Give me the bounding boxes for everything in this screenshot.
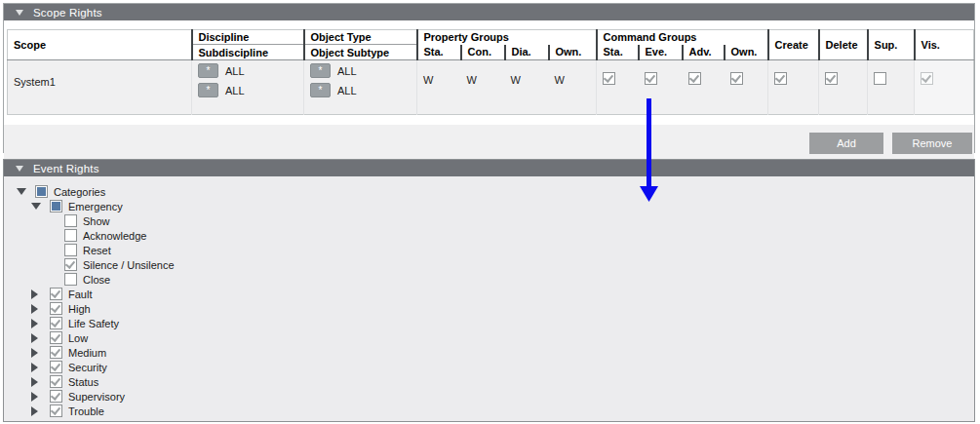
tree-item-show[interactable]: Show xyxy=(4,213,974,228)
subdiscipline-value: ALL xyxy=(225,85,245,96)
medium-checkbox[interactable] xyxy=(50,346,62,359)
tree-item-fault[interactable]: Fault xyxy=(4,287,974,301)
discipline-selector[interactable]: * ALL xyxy=(198,63,303,78)
object-type-cell: * ALL * ALL xyxy=(304,60,417,115)
col-header-property-dia[interactable]: Dia. xyxy=(505,45,549,60)
discipline-value: ALL xyxy=(225,65,245,77)
high-checkbox[interactable] xyxy=(50,302,62,315)
expander-right-icon[interactable] xyxy=(31,348,38,358)
close-checkbox[interactable] xyxy=(64,273,77,286)
col-header-delete[interactable]: Delete xyxy=(819,30,868,60)
tree-item-emergency[interactable]: Emergency xyxy=(4,199,974,213)
reset-checkbox[interactable] xyxy=(64,244,77,256)
col-header-object-subtype[interactable]: Object Subtype xyxy=(304,45,417,60)
tree-item-medium[interactable]: Medium xyxy=(4,345,974,360)
object-subtype-selector[interactable]: * ALL xyxy=(310,83,416,97)
col-header-subdiscipline[interactable]: Subdiscipline xyxy=(192,45,304,60)
scope-cell[interactable]: System1 xyxy=(8,60,192,115)
categories-checkbox[interactable] xyxy=(35,185,48,198)
emergency-checkbox[interactable] xyxy=(50,200,62,212)
add-button[interactable]: Add xyxy=(809,133,883,154)
object-type-asterisk-button[interactable]: * xyxy=(310,63,331,78)
silence-unsilence-checkbox[interactable] xyxy=(64,258,77,271)
expander-down-icon[interactable] xyxy=(17,188,26,195)
col-header-sup[interactable]: Sup. xyxy=(868,30,915,60)
command-own-checkbox[interactable] xyxy=(730,72,743,85)
property-own-value: W xyxy=(549,60,597,115)
property-con-value: W xyxy=(461,60,505,115)
security-checkbox[interactable] xyxy=(50,361,62,373)
show-checkbox[interactable] xyxy=(64,214,77,227)
discipline-asterisk-button[interactable]: * xyxy=(198,63,218,78)
object-type-selector[interactable]: * ALL xyxy=(310,63,416,78)
tree-item-silence-unsilence[interactable]: Silence / Unsilence xyxy=(4,257,974,272)
create-checkbox[interactable] xyxy=(774,72,787,85)
col-header-command-own[interactable]: Own. xyxy=(725,45,768,60)
expander-right-icon[interactable] xyxy=(31,304,38,314)
tree-item-acknowledge[interactable]: Acknowledge xyxy=(4,228,974,243)
low-checkbox[interactable] xyxy=(50,331,62,344)
col-header-command-sta[interactable]: Sta. xyxy=(597,45,639,60)
scope-rights-title: Scope Rights xyxy=(33,7,102,19)
tree-item-reset[interactable]: Reset xyxy=(4,243,974,257)
expander-right-icon[interactable] xyxy=(31,289,38,299)
col-header-command-adv[interactable]: Adv. xyxy=(683,45,725,60)
col-header-property-groups[interactable]: Property Groups xyxy=(417,30,597,45)
status-checkbox[interactable] xyxy=(50,375,62,388)
expander-right-icon[interactable] xyxy=(31,319,38,328)
expander-right-icon[interactable] xyxy=(31,363,38,372)
collapse-triangle-icon[interactable] xyxy=(16,10,23,16)
tree-item-low[interactable]: Low xyxy=(4,330,974,345)
col-header-discipline[interactable]: Discipline xyxy=(192,30,304,45)
collapse-triangle-icon[interactable] xyxy=(16,166,23,172)
subdiscipline-asterisk-button[interactable]: * xyxy=(198,83,218,97)
command-sta-checkbox[interactable] xyxy=(603,72,615,85)
col-header-command-groups[interactable]: Command Groups xyxy=(597,30,768,45)
tree-item-supervisory[interactable]: Supervisory xyxy=(4,389,974,404)
col-header-vis[interactable]: Vis. xyxy=(915,30,974,60)
expander-right-icon[interactable] xyxy=(31,333,38,343)
property-dia-value: W xyxy=(505,60,549,115)
scope-rights-content: Scope Discipline Object Type Property Gr… xyxy=(4,29,974,161)
tree-item-trouble[interactable]: Trouble xyxy=(4,404,974,418)
vis-checkbox[interactable] xyxy=(921,72,933,85)
tree-item-high[interactable]: High xyxy=(4,301,974,316)
life-safety-checkbox[interactable] xyxy=(50,317,62,329)
col-header-object-type[interactable]: Object Type xyxy=(304,30,417,45)
tree-item-security[interactable]: Security xyxy=(4,360,974,374)
event-rights-header[interactable]: Event Rights xyxy=(4,160,974,176)
tree-item-status[interactable]: Status xyxy=(4,374,974,389)
annotation-arrow-down-icon xyxy=(636,94,662,206)
expander-down-icon[interactable] xyxy=(31,203,41,210)
supervisory-checkbox[interactable] xyxy=(50,390,62,403)
col-header-create[interactable]: Create xyxy=(768,30,819,60)
scope-rights-button-strip: Add Remove xyxy=(4,125,974,161)
sup-checkbox[interactable] xyxy=(874,72,886,85)
trouble-checkbox[interactable] xyxy=(50,405,62,417)
expander-right-icon[interactable] xyxy=(31,377,38,387)
tree-item-life-safety[interactable]: Life Safety xyxy=(4,316,974,330)
acknowledge-checkbox[interactable] xyxy=(64,229,77,242)
expander-right-icon[interactable] xyxy=(31,406,38,416)
scope-rights-header[interactable]: Scope Rights xyxy=(4,4,974,20)
fault-checkbox[interactable] xyxy=(50,288,62,300)
col-header-scope[interactable]: Scope xyxy=(8,30,192,60)
scope-table-row[interactable]: System1 * ALL * ALL xyxy=(8,60,974,115)
command-eve-checkbox[interactable] xyxy=(645,72,657,85)
command-adv-checkbox[interactable] xyxy=(688,72,701,85)
tree-item-categories[interactable]: Categories xyxy=(4,184,974,199)
delete-checkbox[interactable] xyxy=(825,72,838,85)
remove-button[interactable]: Remove xyxy=(892,133,972,154)
subdiscipline-selector[interactable]: * ALL xyxy=(198,83,303,97)
object-subtype-asterisk-button[interactable]: * xyxy=(310,83,331,97)
object-subtype-value: ALL xyxy=(337,85,357,96)
tree-item-close[interactable]: Close xyxy=(4,272,974,287)
expander-right-icon[interactable] xyxy=(31,392,38,402)
command-own-cell xyxy=(725,60,768,115)
property-sta-value: W xyxy=(417,60,461,115)
col-header-command-eve[interactable]: Eve. xyxy=(639,45,683,60)
col-header-property-con[interactable]: Con. xyxy=(461,45,505,60)
col-header-property-sta[interactable]: Sta. xyxy=(417,45,461,60)
col-header-property-own[interactable]: Own. xyxy=(549,45,597,60)
delete-cell xyxy=(819,60,868,115)
